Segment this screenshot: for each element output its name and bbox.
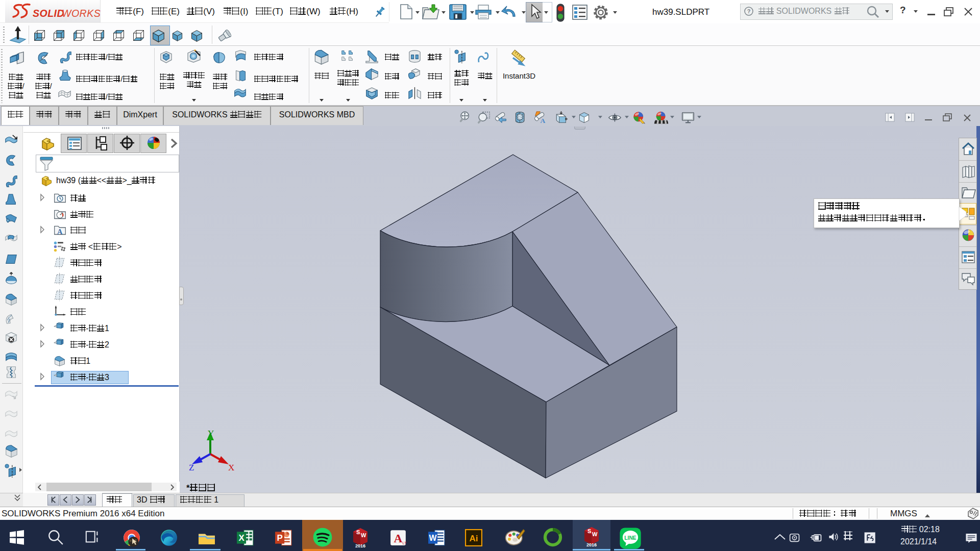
svg-text:A: A — [394, 532, 403, 545]
svg-text:W: W — [361, 532, 366, 538]
svg-text:Y: Y — [208, 429, 214, 438]
svg-text:W: W — [429, 534, 437, 542]
svg-text:P: P — [277, 533, 282, 543]
svg-text:S: S — [356, 529, 360, 535]
svg-text:A: A — [57, 228, 63, 236]
svg-text:2016: 2016 — [586, 542, 597, 547]
svg-text:Ai: Ai — [470, 534, 478, 543]
svg-text:WORKS: WORKS — [62, 8, 101, 19]
svg-text:Z: Z — [189, 463, 194, 472]
svg-text:A: A — [540, 117, 545, 124]
svg-text:SOLID: SOLID — [33, 8, 64, 19]
svg-text:LINE: LINE — [624, 535, 636, 541]
svg-text:?: ? — [747, 8, 751, 14]
svg-text:W: W — [592, 531, 598, 537]
svg-text:LT: LT — [403, 541, 407, 545]
svg-text:S: S — [587, 528, 591, 534]
svg-text:X: X — [238, 533, 244, 543]
svg-text:X: X — [228, 463, 234, 472]
svg-text:2016: 2016 — [355, 543, 365, 548]
